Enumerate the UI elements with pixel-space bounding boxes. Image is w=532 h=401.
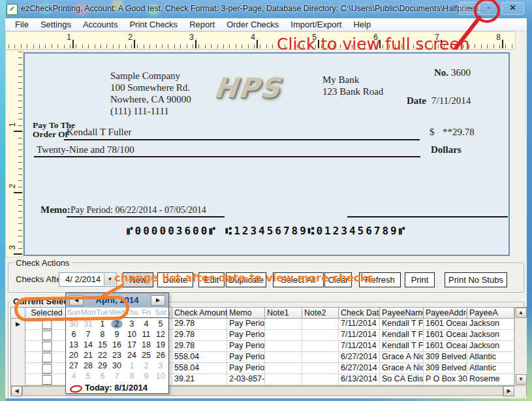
app-icon[interactable]: ✓ xyxy=(7,4,18,15)
company-logo: HPS xyxy=(212,72,282,104)
column-header-memo[interactable]: Memo xyxy=(227,308,265,319)
calendar-day[interactable]: 2 xyxy=(139,361,153,371)
calendar-day[interactable]: 10 xyxy=(153,371,168,381)
row-checkbox[interactable] xyxy=(42,353,52,362)
calendar-day[interactable]: 7 xyxy=(110,371,124,381)
menu-item-settings[interactable]: Settings xyxy=(35,18,77,31)
row-checkbox[interactable] xyxy=(42,375,52,385)
col-payee-address2: Roseme xyxy=(467,374,514,385)
menu-item-file[interactable]: File xyxy=(9,18,35,31)
col-check-date: 7/11/2014 xyxy=(339,341,380,352)
calendar-day[interactable]: 19 xyxy=(153,340,168,350)
column-header-note2[interactable]: Note2 xyxy=(302,308,339,319)
calendar-day[interactable]: 9 xyxy=(139,371,153,381)
scroll-down-icon[interactable]: ▼ xyxy=(516,374,527,385)
calendar-day[interactable]: 30 xyxy=(110,361,124,371)
row-checkbox[interactable] xyxy=(42,342,52,351)
calendar-day-number: 7 xyxy=(111,372,123,381)
col-selected[interactable] xyxy=(25,363,69,374)
calendar-day[interactable]: 22 xyxy=(95,350,110,361)
calendar-day[interactable]: 25 xyxy=(139,350,153,361)
scroll-right-icon[interactable]: ▶ xyxy=(503,386,514,396)
calendar-day[interactable]: 3 xyxy=(125,319,139,329)
column-header-payeename[interactable]: PayeeName xyxy=(380,308,424,319)
calendar-day[interactable]: 4 xyxy=(67,371,81,381)
col-memo: Pay Perio xyxy=(227,330,265,341)
print-button[interactable]: Print xyxy=(405,272,435,287)
calendar-day[interactable]: 8 xyxy=(95,329,110,340)
calendar-day[interactable]: 24 xyxy=(125,350,139,361)
calendar-day-number: 5 xyxy=(82,372,94,381)
calendar-day[interactable]: 6 xyxy=(67,329,81,340)
calendar-day[interactable]: 13 xyxy=(67,340,81,350)
calendar-next-icon[interactable]: ▶ xyxy=(151,295,165,306)
calendar-day[interactable]: 21 xyxy=(81,350,95,361)
calendar-day[interactable]: 27 xyxy=(67,361,81,371)
annotation-change-list-note: change list after date to view more chec… xyxy=(114,272,373,284)
calendar-day[interactable]: 5 xyxy=(81,371,95,381)
calendar-day[interactable]: 12 xyxy=(153,329,168,340)
date-label: Date xyxy=(407,95,426,106)
col-selected[interactable] xyxy=(25,374,69,385)
column-header-payeea[interactable]: PayeeA xyxy=(467,308,514,319)
calendar-day[interactable]: 26 xyxy=(153,350,168,361)
col-note1 xyxy=(265,374,302,385)
calendar-day[interactable]: 6 xyxy=(95,371,110,381)
column-header-check-date[interactable]: Check Date xyxy=(339,308,380,319)
print-no-stubs-button[interactable]: Print No Stubs xyxy=(445,272,507,287)
close-button[interactable]: ✕ xyxy=(501,2,524,15)
calendar-day[interactable]: 14 xyxy=(81,340,95,350)
calendar-day[interactable]: 20 xyxy=(67,350,81,361)
company-name: Sample Company xyxy=(110,71,180,82)
calendar-day[interactable]: 18 xyxy=(139,340,153,350)
calendar-day-number: 2 xyxy=(111,319,123,329)
calendar-day[interactable]: 23 xyxy=(110,350,124,361)
calendar-day[interactable]: 5 xyxy=(153,319,168,329)
scroll-up-icon[interactable]: ▲ xyxy=(516,308,527,318)
menu-item-print-checks[interactable]: Print Checks xyxy=(123,18,183,31)
vertical-scrollbar[interactable]: ▲ ▼ xyxy=(514,308,527,385)
menu-item-import-export[interactable]: Import/Export xyxy=(285,18,347,31)
today-marker-icon xyxy=(69,384,83,393)
vertical-ruler: 123 xyxy=(5,50,23,257)
calendar-today-label[interactable]: Today: 8/1/2014 xyxy=(85,383,148,393)
calendar-day[interactable]: 17 xyxy=(125,340,139,350)
calendar-day[interactable]: 9 xyxy=(110,329,124,340)
calendar-day[interactable]: 8 xyxy=(125,371,139,381)
calendar-day[interactable]: 2 xyxy=(110,319,124,329)
col-selected[interactable] xyxy=(25,341,69,352)
calendar-day-number: 15 xyxy=(97,340,108,349)
row-checkbox[interactable] xyxy=(42,330,52,340)
calendar-day[interactable]: 11 xyxy=(139,329,153,340)
calendar-day[interactable]: 28 xyxy=(81,361,95,371)
calendar-day[interactable]: 10 xyxy=(125,329,139,340)
menu-item-order-checks[interactable]: Order Checks xyxy=(221,18,285,31)
col-payee-address2: Jackson xyxy=(467,330,514,341)
amount-numeric: **29.78 xyxy=(443,127,475,138)
row-checkbox[interactable] xyxy=(42,364,52,374)
menu-bar: FileSettingsAccountsPrint ChecksReportOr… xyxy=(5,18,527,31)
col-payee-name: Kendall T Fu xyxy=(380,319,424,330)
ruler-major-tick xyxy=(502,40,503,48)
col-selected[interactable] xyxy=(25,352,69,363)
column-header-note1[interactable]: Note1 xyxy=(265,308,302,319)
calendar-day[interactable]: 3 xyxy=(153,361,168,371)
scroll-left-icon[interactable]: ◀ xyxy=(11,386,22,396)
menu-item-help[interactable]: Help xyxy=(347,18,377,31)
checks-after-combobox[interactable]: 4/ 2/2014 ▼ xyxy=(59,272,117,287)
signature-line xyxy=(347,216,508,217)
column-header-payeeaddre[interactable]: PayeeAddre xyxy=(424,308,467,319)
menu-item-report[interactable]: Report xyxy=(183,18,221,31)
col-selected[interactable] xyxy=(25,330,69,341)
calendar-day[interactable]: 4 xyxy=(139,319,153,329)
calendar-day-number: 27 xyxy=(68,361,80,370)
col-check-date: 6/13/2014 xyxy=(339,374,380,385)
column-header-check-amount[interactable]: Check Amount xyxy=(172,308,227,319)
menu-item-accounts[interactable]: Accounts xyxy=(77,18,123,31)
calendar-day[interactable]: 15 xyxy=(95,340,110,350)
calendar-day[interactable]: 7 xyxy=(81,329,95,340)
calendar-day[interactable]: 16 xyxy=(110,340,124,350)
calendar-day[interactable]: 29 xyxy=(95,361,110,371)
calendar-day[interactable]: 1 xyxy=(125,361,139,371)
calendar-day[interactable]: 1 xyxy=(95,319,110,329)
